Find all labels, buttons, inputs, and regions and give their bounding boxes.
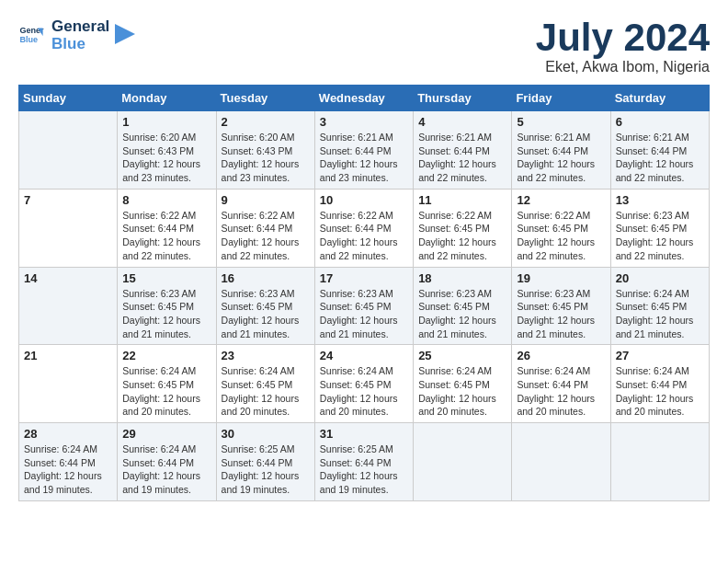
calendar-cell: 31Sunrise: 6:25 AM Sunset: 6:44 PM Dayli… — [314, 423, 413, 501]
day-number: 6 — [616, 115, 704, 129]
calendar-cell: 6Sunrise: 6:21 AM Sunset: 6:44 PM Daylig… — [610, 111, 709, 190]
day-info: Sunrise: 6:21 AM Sunset: 6:44 PM Dayligh… — [418, 131, 506, 185]
calendar-cell: 7 — [19, 189, 118, 267]
calendar-cell: 3Sunrise: 6:21 AM Sunset: 6:44 PM Daylig… — [314, 111, 413, 190]
calendar-cell: 30Sunrise: 6:25 AM Sunset: 6:44 PM Dayli… — [216, 423, 314, 501]
day-info: Sunrise: 6:24 AM Sunset: 6:44 PM Dayligh… — [517, 364, 605, 419]
day-number: 2 — [222, 115, 310, 129]
title-block: July 2024 Eket, Akwa Ibom, Nigeria — [536, 18, 710, 75]
day-info: Sunrise: 6:23 AM Sunset: 6:45 PM Dayligh… — [517, 287, 605, 341]
calendar-cell: 15Sunrise: 6:23 AM Sunset: 6:45 PM Dayli… — [118, 267, 216, 345]
calendar-cell: 20Sunrise: 6:24 AM Sunset: 6:45 PM Dayli… — [610, 267, 709, 345]
logo: General Blue General Blue General Blue — [18, 18, 135, 52]
day-number: 19 — [517, 271, 605, 285]
calendar-table: SundayMondayTuesdayWednesdayThursdayFrid… — [18, 85, 710, 501]
day-info: Sunrise: 6:23 AM Sunset: 6:45 PM Dayligh… — [122, 287, 210, 341]
calendar-cell: 22Sunrise: 6:24 AM Sunset: 6:45 PM Dayli… — [118, 345, 216, 423]
calendar-cell: 24Sunrise: 6:24 AM Sunset: 6:45 PM Dayli… — [314, 345, 413, 423]
day-number: 8 — [122, 193, 210, 207]
logo-arrow-icon — [115, 24, 135, 44]
calendar-cell — [512, 423, 610, 501]
location: Eket, Akwa Ibom, Nigeria — [536, 59, 710, 75]
day-info: Sunrise: 6:25 AM Sunset: 6:44 PM Dayligh… — [320, 442, 408, 497]
day-info: Sunrise: 6:23 AM Sunset: 6:45 PM Dayligh… — [222, 287, 310, 341]
logo-blue: Blue — [51, 36, 109, 53]
month-title: July 2024 — [536, 18, 710, 57]
calendar-cell: 2Sunrise: 6:20 AM Sunset: 6:43 PM Daylig… — [216, 111, 314, 190]
calendar-cell: 19Sunrise: 6:23 AM Sunset: 6:45 PM Dayli… — [512, 267, 610, 345]
day-number: 28 — [24, 427, 112, 441]
day-info: Sunrise: 6:21 AM Sunset: 6:44 PM Dayligh… — [517, 131, 605, 185]
calendar-cell: 26Sunrise: 6:24 AM Sunset: 6:44 PM Dayli… — [512, 345, 610, 423]
day-number: 22 — [122, 349, 210, 362]
calendar-cell: 27Sunrise: 6:24 AM Sunset: 6:44 PM Dayli… — [610, 345, 709, 423]
day-number: 30 — [222, 427, 310, 441]
logo-icon: General Blue — [18, 23, 44, 49]
day-info: Sunrise: 6:22 AM Sunset: 6:44 PM Dayligh… — [122, 209, 210, 263]
calendar-cell — [414, 423, 512, 501]
day-number: 9 — [222, 193, 310, 207]
calendar-cell: 12Sunrise: 6:22 AM Sunset: 6:45 PM Dayli… — [512, 189, 610, 267]
day-number: 14 — [24, 271, 112, 285]
svg-marker-4 — [115, 24, 135, 44]
day-number: 23 — [222, 349, 310, 362]
day-number: 5 — [517, 115, 605, 129]
day-number: 25 — [418, 349, 506, 362]
calendar-cell: 29Sunrise: 6:24 AM Sunset: 6:44 PM Dayli… — [118, 423, 216, 501]
week-row-5: 28Sunrise: 6:24 AM Sunset: 6:44 PM Dayli… — [19, 423, 710, 501]
week-row-1: 1Sunrise: 6:20 AM Sunset: 6:43 PM Daylig… — [19, 111, 710, 190]
day-info: Sunrise: 6:25 AM Sunset: 6:44 PM Dayligh… — [222, 442, 310, 497]
calendar-cell: 1Sunrise: 6:20 AM Sunset: 6:43 PM Daylig… — [118, 111, 216, 190]
day-number: 11 — [418, 193, 506, 207]
logo-general: General — [51, 18, 109, 36]
day-number: 20 — [616, 271, 704, 285]
calendar-cell: 16Sunrise: 6:23 AM Sunset: 6:45 PM Dayli… — [216, 267, 314, 345]
calendar-cell — [19, 111, 118, 190]
day-info: Sunrise: 6:20 AM Sunset: 6:43 PM Dayligh… — [222, 131, 310, 185]
calendar-header-row: SundayMondayTuesdayWednesdayThursdayFrid… — [19, 86, 710, 111]
calendar-cell: 5Sunrise: 6:21 AM Sunset: 6:44 PM Daylig… — [512, 111, 610, 190]
day-info: Sunrise: 6:24 AM Sunset: 6:45 PM Dayligh… — [320, 364, 408, 419]
header-monday: Monday — [118, 86, 216, 111]
calendar-cell: 23Sunrise: 6:24 AM Sunset: 6:45 PM Dayli… — [216, 345, 314, 423]
calendar-cell: 9Sunrise: 6:22 AM Sunset: 6:44 PM Daylig… — [216, 189, 314, 267]
day-info: Sunrise: 6:24 AM Sunset: 6:45 PM Dayligh… — [418, 364, 506, 419]
day-number: 16 — [222, 271, 310, 285]
day-info: Sunrise: 6:23 AM Sunset: 6:45 PM Dayligh… — [616, 209, 704, 263]
day-info: Sunrise: 6:24 AM Sunset: 6:44 PM Dayligh… — [122, 442, 210, 497]
day-info: Sunrise: 6:22 AM Sunset: 6:45 PM Dayligh… — [418, 209, 506, 263]
week-row-2: 78Sunrise: 6:22 AM Sunset: 6:44 PM Dayli… — [19, 189, 710, 267]
day-info: Sunrise: 6:22 AM Sunset: 6:44 PM Dayligh… — [222, 209, 310, 263]
day-info: Sunrise: 6:24 AM Sunset: 6:45 PM Dayligh… — [616, 287, 704, 341]
calendar-cell: 17Sunrise: 6:23 AM Sunset: 6:45 PM Dayli… — [314, 267, 413, 345]
day-info: Sunrise: 6:21 AM Sunset: 6:44 PM Dayligh… — [320, 131, 408, 185]
day-info: Sunrise: 6:21 AM Sunset: 6:44 PM Dayligh… — [616, 131, 704, 185]
calendar-cell: 28Sunrise: 6:24 AM Sunset: 6:44 PM Dayli… — [19, 423, 118, 501]
day-number: 3 — [320, 115, 408, 129]
day-number: 24 — [320, 349, 408, 362]
day-number: 15 — [122, 271, 210, 285]
day-number: 13 — [616, 193, 704, 207]
day-info: Sunrise: 6:23 AM Sunset: 6:45 PM Dayligh… — [418, 287, 506, 341]
day-info: Sunrise: 6:22 AM Sunset: 6:45 PM Dayligh… — [517, 209, 605, 263]
day-number: 26 — [517, 349, 605, 362]
calendar-cell: 11Sunrise: 6:22 AM Sunset: 6:45 PM Dayli… — [414, 189, 512, 267]
day-number: 1 — [122, 115, 210, 129]
day-number: 7 — [24, 193, 112, 207]
day-info: Sunrise: 6:24 AM Sunset: 6:44 PM Dayligh… — [616, 364, 704, 419]
day-info: Sunrise: 6:23 AM Sunset: 6:45 PM Dayligh… — [320, 287, 408, 341]
day-number: 17 — [320, 271, 408, 285]
day-info: Sunrise: 6:24 AM Sunset: 6:44 PM Dayligh… — [24, 442, 112, 497]
day-number: 10 — [320, 193, 408, 207]
day-number: 21 — [24, 349, 112, 362]
day-info: Sunrise: 6:24 AM Sunset: 6:45 PM Dayligh… — [222, 364, 310, 419]
day-number: 29 — [122, 427, 210, 441]
header-tuesday: Tuesday — [216, 86, 314, 111]
calendar-cell: 14 — [19, 267, 118, 345]
day-info: Sunrise: 6:24 AM Sunset: 6:45 PM Dayligh… — [122, 364, 210, 419]
day-info: Sunrise: 6:22 AM Sunset: 6:44 PM Dayligh… — [320, 209, 408, 263]
day-number: 27 — [616, 349, 704, 362]
calendar-cell: 4Sunrise: 6:21 AM Sunset: 6:44 PM Daylig… — [414, 111, 512, 190]
calendar-cell: 25Sunrise: 6:24 AM Sunset: 6:45 PM Dayli… — [414, 345, 512, 423]
week-row-3: 1415Sunrise: 6:23 AM Sunset: 6:45 PM Day… — [19, 267, 710, 345]
